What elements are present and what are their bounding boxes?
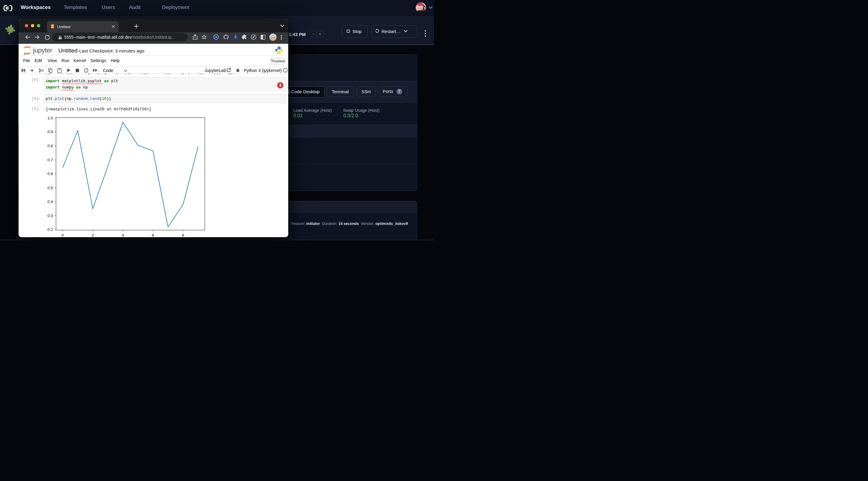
svg-text:0.9: 0.9 [48, 130, 53, 134]
svg-text:0.6: 0.6 [48, 171, 53, 176]
svg-text:0.8: 0.8 [48, 143, 53, 148]
svg-text:0.7: 0.7 [48, 157, 53, 162]
svg-text:4: 4 [122, 233, 124, 237]
svg-text:0: 0 [61, 233, 64, 237]
svg-text:0.2: 0.2 [48, 227, 53, 232]
svg-text:0.3: 0.3 [48, 213, 53, 218]
svg-text:0.5: 0.5 [48, 185, 53, 190]
svg-text:0.4: 0.4 [48, 199, 53, 204]
svg-text:1.0: 1.0 [48, 116, 53, 120]
svg-text:2: 2 [92, 233, 94, 237]
svg-text:8: 8 [182, 233, 184, 237]
svg-text:6: 6 [152, 233, 154, 237]
